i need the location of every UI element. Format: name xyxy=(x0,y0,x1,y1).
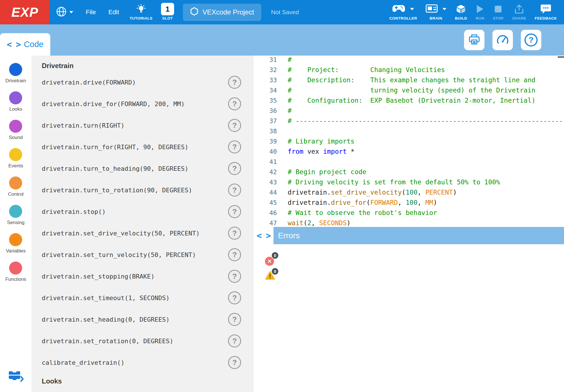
command-text[interactable]: drivetrain.turn_to_heading(90, DEGREES) xyxy=(42,165,189,172)
command-help-button[interactable]: ? xyxy=(228,97,241,110)
palette-command-row[interactable]: drivetrain.set_drive_velocity(50, PERCEN… xyxy=(32,222,254,244)
palette-command-row[interactable]: drivetrain.set_heading(0, DEGREES)? xyxy=(32,309,254,330)
command-help-button[interactable]: ? xyxy=(228,119,241,132)
stop-button[interactable]: STOP xyxy=(488,0,508,24)
command-text[interactable]: drivetrain.turn_for(RIGHT, 90, DEGREES) xyxy=(42,144,189,151)
palette-command-row[interactable]: drivetrain.turn_to_rotation(90, DEGREES)… xyxy=(32,179,254,201)
brain-button[interactable]: BRAIN xyxy=(421,0,451,24)
editor-scrollbar[interactable] xyxy=(558,56,564,58)
dashboard-button[interactable] xyxy=(492,30,513,50)
sensing-category-icon[interactable] xyxy=(9,205,22,218)
command-text[interactable]: drivetrain.set_turn_velocity(50, PERCENT… xyxy=(42,251,196,258)
palette-command-row[interactable]: drivetrain.turn_to_heading(90, DEGREES)? xyxy=(32,158,254,179)
command-text[interactable]: drivetrain.set_stopping(BRAKE) xyxy=(42,273,154,280)
sidebar-item-drivetrain[interactable]: Drivetrain xyxy=(5,63,26,91)
command-text[interactable]: drivetrain.set_heading(0, DEGREES) xyxy=(42,316,170,323)
code-text: # Wait to observe the robot's behavior xyxy=(277,209,437,216)
code-text: # Project: Changing Velocities xyxy=(277,66,445,73)
command-help-button[interactable]: ? xyxy=(228,356,241,369)
command-help-button[interactable]: ? xyxy=(228,184,241,197)
command-help-button[interactable]: ? xyxy=(228,162,241,175)
control-category-icon[interactable] xyxy=(9,176,22,189)
code-editor[interactable]: 31#32# Project: Changing Velocities33# D… xyxy=(254,56,564,227)
build-button[interactable]: BUILD xyxy=(451,0,471,24)
sidebar-item-control[interactable]: Control xyxy=(5,176,26,205)
line-number: 45 xyxy=(254,199,277,206)
run-button[interactable]: RUN xyxy=(471,0,488,24)
print-button[interactable] xyxy=(464,30,484,50)
drivetrain-category-icon[interactable] xyxy=(9,63,22,76)
code-line: 38 xyxy=(254,126,564,136)
sidebar-item-functions[interactable]: Functions xyxy=(5,262,26,290)
sound-category-icon[interactable] xyxy=(9,120,22,133)
command-text[interactable]: drivetrain.stop() xyxy=(42,208,106,215)
command-help-button[interactable]: ? xyxy=(228,291,241,304)
palette-command-row[interactable]: drivetrain.turn_for(RIGHT, 90, DEGREES)? xyxy=(32,136,254,158)
command-text[interactable]: drivetrain.set_timeout(1, SECONDS) xyxy=(42,294,170,302)
command-palette: Drivetrain drivetrain.drive(FORWARD)?dri… xyxy=(32,56,254,392)
help-button[interactable]: ? xyxy=(521,30,541,50)
palette-command-row[interactable]: drivetrain.set_turn_velocity(50, PERCENT… xyxy=(32,244,254,265)
palette-command-row[interactable]: drivetrain.drive_for(FORWARD, 200, MM)? xyxy=(32,93,254,115)
code-text: wait(2, SECONDS) xyxy=(277,219,351,227)
chevron-down-icon xyxy=(442,8,446,10)
error-count-badge: 0 xyxy=(271,252,279,259)
share-button[interactable]: SHARE xyxy=(508,0,530,24)
code-text: # xyxy=(277,56,292,63)
events-category-icon[interactable] xyxy=(9,148,22,161)
command-help-button[interactable]: ? xyxy=(228,227,241,240)
command-help-button[interactable]: ? xyxy=(228,205,241,218)
blocks-toggle-button[interactable] xyxy=(8,370,24,385)
sidebar-item-events[interactable]: Events xyxy=(5,148,26,176)
share-icon xyxy=(514,4,524,14)
errors-tab[interactable]: < > xyxy=(254,227,273,244)
palette-command-row[interactable]: drivetrain.set_timeout(1, SECONDS)? xyxy=(32,287,254,309)
command-help-button[interactable]: ? xyxy=(228,313,241,326)
variables-category-icon[interactable] xyxy=(9,233,22,246)
command-help-button[interactable]: ? xyxy=(228,334,241,347)
project-name-button[interactable]: VEXcode Project xyxy=(183,4,261,21)
palette-command-row[interactable]: drivetrain.set_rotation(0, DEGREES)? xyxy=(32,330,254,352)
slot-number[interactable]: 1 xyxy=(161,3,174,15)
command-text[interactable]: drivetrain.drive(FORWARD) xyxy=(42,79,136,86)
palette-command-row[interactable]: drivetrain.set_stopping(BRAKE)? xyxy=(32,265,254,287)
feedback-button[interactable]: FEEDBACK xyxy=(530,0,561,24)
palette-command-row[interactable]: drivetrain.turn(RIGHT)? xyxy=(32,115,254,136)
command-help-button[interactable]: ? xyxy=(228,140,241,153)
language-menu[interactable] xyxy=(50,0,80,24)
tutorials-button[interactable]: TUTORIALS xyxy=(125,0,157,24)
code-line: 44drivetrain.set_drive_velocity(100, PER… xyxy=(254,187,564,197)
sidebar-item-sensing[interactable]: Sensing xyxy=(5,205,26,233)
sidebar-item-sound[interactable]: Sound xyxy=(5,120,26,148)
code-line: 34# turning velocity (speed) of the Driv… xyxy=(254,85,564,95)
sidebar-item-variables[interactable]: Variables xyxy=(5,233,26,262)
slot-button[interactable]: 1 SLOT xyxy=(157,0,178,24)
edit-menu[interactable]: Edit xyxy=(102,0,125,24)
line-number: 37 xyxy=(254,117,277,125)
palette-command-row[interactable]: drivetrain.stop()? xyxy=(32,201,254,222)
palette-command-row[interactable]: calibrate_drivetrain()? xyxy=(32,352,254,373)
editor-column: 31#32# Project: Changing Velocities33# D… xyxy=(254,56,564,392)
functions-category-icon[interactable] xyxy=(9,262,22,275)
sidebar-item-looks[interactable]: Looks xyxy=(5,91,26,120)
code-text: # xyxy=(277,107,292,114)
command-help-button[interactable]: ? xyxy=(228,76,241,89)
command-help-button[interactable]: ? xyxy=(228,248,241,261)
command-text[interactable]: calibrate_drivetrain() xyxy=(42,359,124,366)
line-number: 46 xyxy=(254,209,277,216)
command-text[interactable]: drivetrain.turn(RIGHT) xyxy=(42,122,124,129)
looks-category-icon[interactable] xyxy=(9,91,22,104)
controller-button[interactable]: CONTROLLER xyxy=(385,0,421,24)
code-line: 45drivetrain.drive_for(FORWARD, 100, MM) xyxy=(254,197,564,208)
command-text[interactable]: drivetrain.set_rotation(0, DEGREES) xyxy=(42,338,174,345)
file-menu[interactable]: File xyxy=(80,0,102,24)
command-list: drivetrain.drive(FORWARD)?drivetrain.dri… xyxy=(32,71,254,373)
palette-command-row[interactable]: drivetrain.drive(FORWARD)? xyxy=(32,71,254,93)
command-help-button[interactable]: ? xyxy=(228,270,241,283)
tab-code[interactable]: < > Code xyxy=(0,33,50,56)
command-text[interactable]: drivetrain.drive_for(FORWARD, 200, MM) xyxy=(42,100,185,108)
editor-action-buttons: ? xyxy=(464,30,541,50)
command-text[interactable]: drivetrain.set_drive_velocity(50, PERCEN… xyxy=(42,230,200,237)
line-number: 39 xyxy=(254,138,277,145)
command-text[interactable]: drivetrain.turn_to_rotation(90, DEGREES) xyxy=(42,187,192,194)
